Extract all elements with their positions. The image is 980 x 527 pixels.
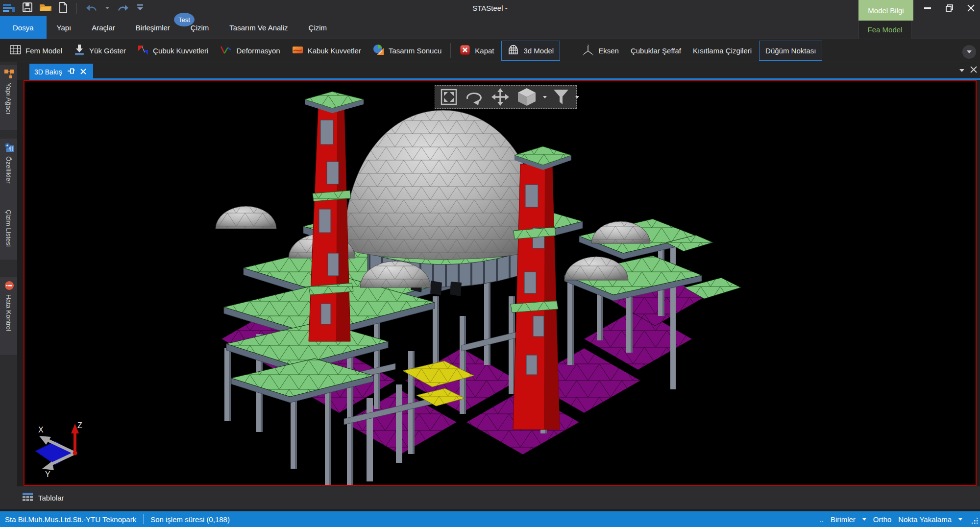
toolbar-overflow-button[interactable]	[962, 45, 976, 59]
view-cube-icon[interactable]	[515, 86, 538, 108]
tree-icon	[3, 69, 14, 79]
menu-bar: Dosya Yapı Araçlar Birleşimler Çizim Tas…	[0, 16, 980, 39]
tool-label: Çubuklar Şeffaf	[631, 47, 681, 55]
tabstrip-controls	[959, 66, 977, 75]
svg-text:y: y	[588, 44, 589, 47]
tasarim-sonucu-button[interactable]: Tasarım Sonucu	[367, 39, 447, 62]
cubuklar-seffaf-button[interactable]: Çubuklar Şeffaf	[625, 39, 687, 62]
tabstrip-close-icon[interactable]	[970, 66, 977, 75]
units-dropdown[interactable]: Birimler	[831, 515, 856, 524]
pin-icon[interactable]	[67, 68, 75, 76]
deformasyon-button[interactable]: Deformasyon	[214, 39, 286, 62]
status-dots: ..	[820, 515, 824, 524]
kapat-button[interactable]: Kapat	[454, 39, 500, 62]
tables-bar: Tablolar	[0, 486, 980, 509]
tool-label: Kabuk Kuvvetler	[308, 47, 361, 55]
model-bilgi-button[interactable]: Model Bilgi	[858, 0, 913, 21]
cubuk-kuvvetleri-button[interactable]: Çubuk Kuvvetleri	[132, 39, 214, 62]
fem-model-button[interactable]: Fem Model	[4, 39, 68, 62]
load-down-arrow-icon	[74, 44, 85, 57]
fem-grid-icon	[10, 44, 21, 57]
svg-text:x: x	[592, 53, 593, 56]
orbit-icon[interactable]	[464, 88, 485, 106]
building-icon	[508, 44, 519, 57]
kisitlama-cizgileri-button[interactable]: Kısıtlama Çizgileri	[687, 39, 758, 62]
tables-label[interactable]: Tablolar	[38, 494, 64, 502]
titlebar: STASteel - Model Bilgi Fea Model	[0, 0, 980, 16]
test-badge: Test	[174, 13, 195, 26]
tab-close-icon[interactable]	[80, 68, 86, 76]
sidebar-item-yapi-agaci[interactable]: Yapı Ağacı	[0, 65, 17, 130]
axis-triad: X Y Z	[28, 421, 97, 479]
menu-tab-yapi[interactable]: Yapı	[47, 16, 82, 39]
design-result-pie-icon	[373, 44, 384, 57]
properties-gear-icon	[3, 143, 14, 152]
sidebar-item-label: Yapı Ağacı	[5, 83, 12, 114]
status-bar: Sta Bil.Muh.Mus.Ltd.Sti.-YTU Teknopark S…	[0, 511, 980, 527]
shell-forces-icon	[292, 45, 303, 57]
main-dome	[344, 110, 542, 260]
left-tool-rail: Yapı Ağacı Özellikler Çizim Listesi Hata…	[0, 62, 17, 486]
tool-label: Eksen	[598, 47, 619, 55]
viewport-3d[interactable]: X Y Z	[24, 80, 977, 486]
units-chevron-icon[interactable]	[862, 518, 866, 521]
chevron-down-icon	[967, 50, 972, 53]
menu-tab-cizim[interactable]: Çizim	[298, 16, 338, 39]
status-divider	[143, 514, 144, 524]
window-controls	[920, 0, 978, 16]
document-tabstrip: 3D Bakış	[17, 62, 980, 80]
snap-chevron-icon[interactable]	[958, 518, 962, 521]
zoom-extents-icon[interactable]	[439, 87, 459, 107]
sidebar-item-label: Özellikler	[5, 156, 12, 184]
restore-icon[interactable]	[942, 2, 956, 15]
menu-tab-araclar[interactable]: Araçlar	[81, 16, 125, 39]
sidebar-item-ozellikler[interactable]: Özellikler	[0, 139, 17, 206]
tab-list-chevron-icon[interactable]	[959, 69, 964, 72]
sidebar-item-hata-kontrol[interactable]: Hata Kontrol	[0, 277, 17, 355]
status-left: Sta Bil.Muh.Mus.Ltd.Sti.-YTU Teknopark S…	[5, 511, 230, 527]
view-cube-chevron-icon[interactable]	[543, 96, 547, 98]
deformation-icon	[220, 45, 232, 57]
status-right: .. Birimler Ortho Nokta Yakalama	[820, 511, 962, 527]
minimize-icon[interactable]	[920, 2, 935, 15]
window-title: STASteel -	[0, 0, 980, 16]
yuk-goster-button[interactable]: Yük Göster	[68, 39, 132, 62]
tool-label: Kapat	[475, 47, 494, 55]
tool-label: Deformasyon	[236, 47, 280, 55]
toolbar-divider	[450, 43, 451, 58]
axis-z-label: Z	[77, 421, 82, 430]
resize-grip[interactable]	[972, 517, 978, 526]
kabuk-kuvvetler-button[interactable]: Kabuk Kuvvetler	[286, 39, 367, 62]
sidebar-item-cizim-listesi[interactable]: Çizim Listesi	[0, 206, 17, 260]
table-icon	[23, 493, 33, 503]
close-icon[interactable]	[963, 2, 978, 15]
axis-x-label: X	[38, 426, 44, 434]
filter-icon[interactable]	[552, 87, 570, 107]
menu-tab-birlesimler[interactable]: Birleşimler	[125, 16, 180, 39]
menu-tab-dosya[interactable]: Dosya	[0, 16, 47, 39]
error-exclamation-icon	[3, 281, 14, 290]
snap-dropdown[interactable]: Nokta Yakalama	[898, 515, 952, 524]
3d-model-button[interactable]: 3d Model	[501, 41, 560, 61]
last-operation-label: Son işlem süresi (0,188)	[150, 515, 230, 524]
tool-label: Kısıtlama Çizgileri	[693, 47, 752, 55]
main-toolbar: Fem Model Yük Göster Çubuk Kuvvetleri De…	[0, 39, 980, 62]
axis-icon: yzx	[582, 44, 594, 57]
company-label: Sta Bil.Muh.Mus.Ltd.Sti.-YTU Teknopark	[5, 515, 136, 524]
tab-3d-bakis[interactable]: 3D Bakış	[29, 64, 93, 80]
viewport-toolbar	[435, 85, 577, 109]
tool-label: 3d Model	[523, 47, 554, 55]
filter-chevron-icon[interactable]	[575, 96, 579, 98]
bar-forces-icon	[138, 45, 148, 57]
tool-label: Yük Göster	[89, 47, 126, 55]
dugum-noktasi-button[interactable]: Düğüm Noktası	[759, 41, 822, 61]
tool-label: Tasarım Sonucu	[389, 47, 441, 55]
menu-tab-tasarim-ve-analiz[interactable]: Tasarım Ve Analiz	[219, 16, 298, 39]
app-window: STASteel - Model Bilgi Fea Model Dosya Y…	[0, 0, 980, 527]
sidebar-item-label: Hata Kontrol	[5, 294, 12, 331]
axis-y-label: Y	[45, 470, 50, 479]
pan-icon[interactable]	[490, 87, 511, 107]
fea-model-tab[interactable]: Fea Model	[858, 21, 911, 39]
eksen-button[interactable]: yzx Eksen	[576, 39, 625, 62]
ortho-toggle[interactable]: Ortho	[873, 515, 892, 524]
